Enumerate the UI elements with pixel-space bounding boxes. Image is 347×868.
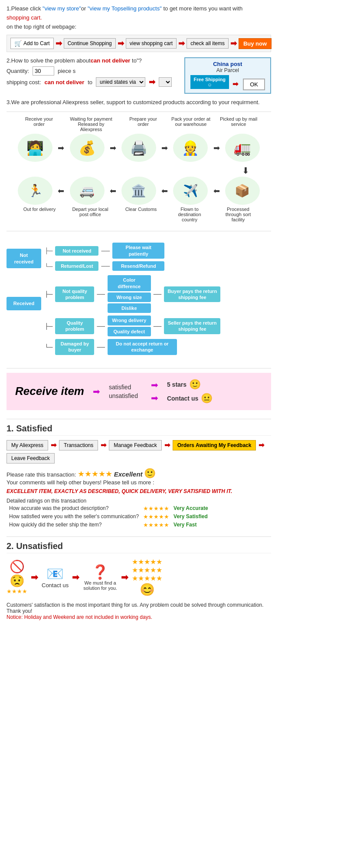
ok-button[interactable]: OK [243, 79, 265, 90]
shipping-method-select[interactable] [159, 77, 172, 87]
flow-bot-label-0: Out for delivery [20, 207, 59, 222]
arrow-nr1: ── [101, 247, 110, 254]
neutral-icon: 😐 [201, 393, 213, 404]
manage-feedback-btn[interactable]: Manage Feedback [109, 440, 161, 450]
unsatisfied-label: unsatisfied [109, 392, 138, 399]
color-diff-box: Color difference [108, 275, 151, 291]
flow-bot-label-1: Depart your local post office [69, 207, 112, 222]
add-to-cart-button[interactable]: 🛒 Add to Cart [10, 38, 54, 49]
notice2: Notice: Holiday and Weekend are not incl… [7, 614, 271, 620]
please-wait-box: Please wait patiently [112, 243, 164, 259]
arrow-ok: ➡ [232, 80, 238, 88]
my-aliexpress-btn[interactable]: My Aliexpress [7, 440, 48, 450]
rating-row-2: How satisfied were you with the seller's… [7, 513, 210, 520]
flow-bot-label-4: Processed through sort facility [219, 207, 258, 222]
section1-text2: or [81, 5, 88, 12]
view-store-link[interactable]: "view my store" [43, 5, 81, 12]
fb-arrow3: ➡ [164, 441, 170, 449]
divider3 [7, 368, 271, 368]
line-r2: ├─ [45, 323, 52, 329]
fb-arrow2: ➡ [101, 441, 106, 449]
arrow4: ➡ [230, 39, 237, 48]
cart-flow: 🛒 Add to Cart ➡ Continue Shopping ➡ view… [7, 35, 271, 52]
wrong-size-box: Wrong size [108, 293, 151, 302]
check-all-button[interactable]: check all items [187, 38, 229, 49]
air-parcel-text: Air Parcel [190, 67, 265, 73]
unsatisfied-title: 2. Unsatisfied [7, 541, 271, 553]
free-shipping-icon: ☺ [207, 82, 212, 87]
flow-icon-3: 👷 [173, 134, 208, 162]
transactions-btn[interactable]: Transactions [59, 440, 98, 450]
arrow-r2: ── [97, 323, 105, 329]
contact-us-unsat: Contact us [42, 582, 69, 589]
satisfied-label: satisfied [109, 384, 131, 391]
quality-problem-box: Quality problem [55, 318, 94, 334]
excellent-emoji: 🙂 [144, 468, 156, 479]
free-shipping-box: Free Shipping ☺ [190, 75, 229, 89]
flow-icon-bot-4: 📦 [225, 177, 260, 205]
stars-display: ★★★★★ [78, 470, 112, 478]
divider5 [7, 536, 271, 537]
cant-deliver1: can not deliver [91, 57, 131, 64]
flow-icon-bot-0: 🏃 [18, 177, 52, 205]
leave-feedback-btn[interactable]: Leave Feedback [7, 453, 55, 464]
received-root: Received [7, 297, 41, 310]
section3: 3.We are professional Aliexpress seller,… [7, 99, 271, 105]
flow-arrow-t1: ➡ [58, 143, 64, 153]
flow-label-1: Waiting for payment Released by Aliexpre… [67, 116, 115, 132]
arrow1: ➡ [56, 39, 62, 48]
arrow-r2b: ── [154, 323, 161, 329]
section2-title: 2.How to solve the problem about [7, 57, 91, 64]
rating1-label: How accurate was the product description… [9, 505, 108, 511]
divider1 [7, 112, 271, 112]
buy-now-button[interactable]: Buy now [239, 38, 272, 49]
qty-input[interactable] [33, 66, 54, 76]
fb-arrow1: ➡ [51, 441, 56, 449]
ratings-table: Detailed ratings on this transaction How… [7, 498, 271, 529]
flow-label-3: Pack your order at our warehouse [171, 116, 210, 132]
arrow-shipping: ➡ [149, 77, 155, 87]
returned-lost-box: Returned/Lost [55, 261, 98, 271]
china-post-title: China post [190, 61, 265, 67]
free-shipping-text: Free Shipping [194, 77, 226, 82]
arrow-unsat: ➡ [151, 393, 158, 403]
damaged-box: Damaged by buyer [55, 339, 94, 355]
rate-text: Please rate this transaction: [7, 471, 76, 478]
flow-icon-4: 🚛 [225, 134, 260, 162]
flow-arrow-b4: ⬅ [213, 186, 220, 196]
detailed-title: Detailed ratings on this transaction [7, 498, 271, 504]
flow-bot-label-3: Flown to destination country [170, 207, 209, 222]
arrow-r1b: ── [154, 291, 161, 297]
arrow-r3: ── [97, 344, 105, 350]
flow-icon-1: 💰 [70, 134, 105, 162]
five-stars-label: 5 stars [167, 381, 187, 388]
arrow2: ➡ [118, 39, 124, 48]
flow-icon-bot-1: 🚐 [70, 177, 105, 205]
excellent-comment: EXCELLENT ITEM, EXACTLY AS DESCRIBED, QU… [7, 488, 271, 494]
continue-shopping-button[interactable]: Continue Shopping [64, 38, 116, 49]
arrow-sat: ➡ [151, 380, 158, 390]
contact-us-label: Contact us [167, 395, 198, 402]
unsat-arrow1: ➡ [31, 572, 38, 582]
rating-row-1: How accurate was the product description… [7, 505, 210, 512]
rating2-stars: ★★★★★ [143, 513, 169, 520]
rating2-label: How satisfied were you with the seller's… [9, 513, 139, 519]
topselling-link[interactable]: "view my Topselling products" [88, 5, 162, 12]
rating3-stars: ★★★★★ [143, 522, 169, 528]
unsat-arrow3: ➡ [121, 572, 128, 582]
arrow3: ➡ [178, 39, 185, 48]
flow-label-0: Receive your order [20, 116, 59, 132]
quality-defect-box: Quality defect [108, 327, 151, 336]
rating1-stars: ★★★★★ [143, 505, 169, 512]
flow-label-2: Prepare your order [124, 116, 163, 132]
receive-section: Receive item ➡ satisfied unsatisfied ➡ ➡… [7, 373, 271, 410]
orders-awaiting-btn[interactable]: Orders Awaiting My Feedback [173, 440, 256, 450]
flow-icon-bot-3: ✈️ [173, 177, 208, 205]
shipping-select[interactable]: unied states via [96, 77, 145, 87]
shipping-label: shipping cost: [7, 79, 41, 85]
rating-row-3: How quickly did the seller ship the item… [7, 521, 210, 529]
view-cart-button[interactable]: view shopping cart [126, 38, 177, 49]
resend-refund-box: Resend/Refund [112, 261, 164, 271]
divider4 [7, 419, 271, 419]
line-nr1: ├─ [45, 247, 52, 254]
